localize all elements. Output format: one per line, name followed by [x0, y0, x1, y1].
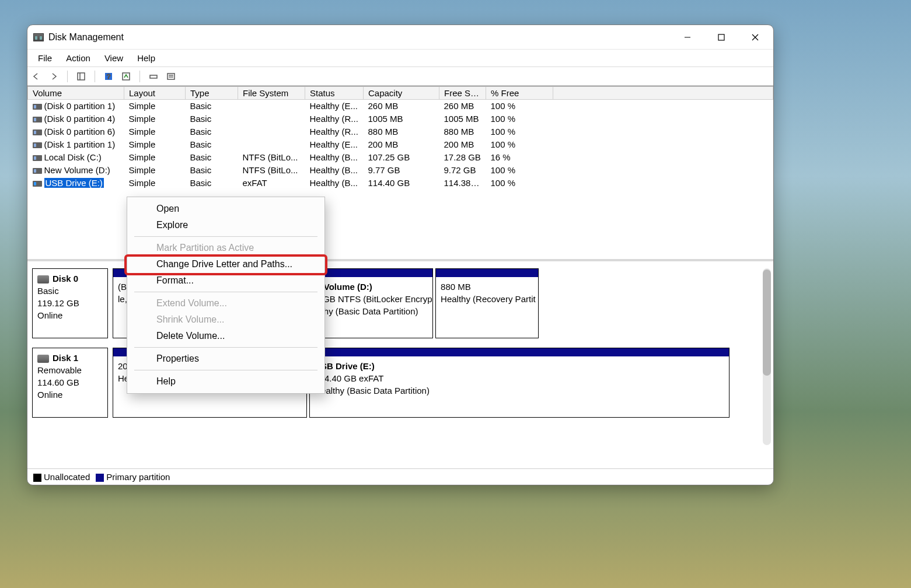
- menubar: File Action View Help: [27, 50, 773, 67]
- disk-label[interactable]: Disk 1Removable114.60 GBOnline: [32, 348, 108, 418]
- table-cell: 100 %: [486, 100, 553, 113]
- table-cell: Simple: [124, 113, 186, 125]
- svg-text:?: ?: [107, 73, 110, 80]
- table-row[interactable]: (Disk 0 partition 6)SimpleBasicHealthy (…: [28, 125, 773, 138]
- forward-icon[interactable]: [48, 71, 59, 82]
- partition[interactable]: 880 MBHealthy (Recovery Partit: [435, 268, 539, 338]
- partition-line: Healthy (Recovery Partit: [441, 293, 533, 305]
- table-cell: [238, 113, 305, 125]
- maximize-button[interactable]: [704, 26, 738, 49]
- column-header[interactable]: Layout: [124, 87, 186, 100]
- window-title: Disk Management: [48, 32, 124, 43]
- ctx-extend-volume: Extend Volume...: [127, 295, 324, 312]
- table-cell: 16 %: [486, 151, 553, 164]
- table-cell: Basic: [186, 177, 238, 190]
- volume-icon: [33, 168, 42, 174]
- scrollbar-thumb[interactable]: [763, 270, 771, 376]
- settings-icon[interactable]: [148, 71, 159, 82]
- ctx-explore[interactable]: Explore: [127, 217, 324, 233]
- column-header[interactable]: % Free: [486, 87, 553, 100]
- column-header[interactable]: Type: [186, 87, 238, 100]
- disk-management-window: Disk Management File Action View Help ?: [27, 24, 774, 485]
- volume-icon: [33, 117, 42, 123]
- table-cell: 260 MB: [439, 100, 486, 113]
- table-cell: Basic: [186, 100, 238, 113]
- close-button[interactable]: [738, 26, 772, 49]
- table-cell: 880 MB: [364, 125, 439, 138]
- help-icon[interactable]: ?: [103, 71, 114, 82]
- column-header[interactable]: File System: [238, 87, 305, 100]
- minimize-button[interactable]: [671, 26, 704, 49]
- legend-primary-icon: [96, 474, 104, 482]
- column-header[interactable]: Capacity: [364, 87, 439, 100]
- table-cell: 1005 MB: [439, 113, 486, 125]
- table-cell: 100 %: [486, 138, 553, 151]
- menu-help[interactable]: Help: [131, 51, 161, 65]
- ctx-format[interactable]: Format...: [127, 272, 324, 289]
- table-cell: Basic: [186, 125, 238, 138]
- properties-icon[interactable]: [166, 71, 176, 82]
- table-row[interactable]: Local Disk (C:)SimpleBasicNTFS (BitLo...…: [28, 151, 773, 164]
- ctx-open[interactable]: Open: [127, 201, 324, 217]
- table-cell: [553, 125, 773, 138]
- volume-name: New Volume (D:): [44, 165, 110, 175]
- table-row[interactable]: (Disk 0 partition 1)SimpleBasicHealthy (…: [28, 100, 773, 113]
- table-cell: Simple: [124, 138, 186, 151]
- disk-status: Online: [37, 390, 62, 400]
- context-menu: Open Explore Mark Partition as Active Ch…: [127, 197, 325, 394]
- volume-name: (Disk 1 partition 1): [44, 139, 116, 149]
- ctx-properties[interactable]: Properties: [127, 351, 324, 367]
- table-cell: 100 %: [486, 125, 553, 138]
- svg-rect-9: [150, 75, 157, 78]
- column-header[interactable]: Free Sp...: [439, 87, 486, 100]
- ctx-mark-active: Mark Partition as Active: [127, 240, 324, 256]
- disk-status: Online: [37, 310, 62, 320]
- table-cell: Healthy (E...: [305, 100, 364, 113]
- disk-name: Disk 1: [53, 353, 78, 363]
- table-row[interactable]: New Volume (D:)SimpleBasicNTFS (BitLo...…: [28, 164, 773, 177]
- show-hide-tree-icon[interactable]: [76, 71, 86, 82]
- partition-title: USB Drive (E:): [315, 360, 724, 372]
- table-cell: [553, 177, 773, 190]
- table-row[interactable]: USB Drive (E:)SimpleBasicexFATHealthy (B…: [28, 177, 773, 190]
- ctx-change-drive-letter[interactable]: Change Drive Letter and Paths...: [127, 256, 324, 272]
- volume-icon: [33, 130, 42, 135]
- disk-size: 119.12 GB: [37, 298, 79, 308]
- partition-header: [436, 269, 538, 277]
- partition[interactable]: USB Drive (E:)114.40 GB exFATHealthy (Ba…: [309, 348, 730, 418]
- ctx-delete-volume[interactable]: Delete Volume...: [127, 328, 324, 344]
- volume-icon: [33, 142, 42, 148]
- table-cell: [553, 138, 773, 151]
- disk-icon: [37, 275, 49, 284]
- titlebar: Disk Management: [27, 25, 773, 50]
- scrollbar[interactable]: [763, 268, 771, 445]
- back-icon[interactable]: [31, 71, 41, 82]
- table-row[interactable]: (Disk 0 partition 4)SimpleBasicHealthy (…: [28, 113, 773, 125]
- table-cell: 100 %: [486, 177, 553, 190]
- volume-name: (Disk 0 partition 4): [44, 114, 116, 124]
- legend-bar: Unallocated Primary partition: [27, 468, 773, 485]
- refresh-icon[interactable]: [121, 71, 131, 82]
- column-header-spacer[interactable]: [553, 87, 773, 100]
- column-header[interactable]: Volume: [28, 87, 124, 100]
- legend-unallocated-icon: [33, 474, 41, 482]
- table-cell: 9.77 GB: [364, 164, 439, 177]
- table-cell: Basic: [186, 113, 238, 125]
- menu-action[interactable]: Action: [60, 51, 96, 65]
- partition-line: Healthy (Basic Data Partition): [315, 384, 724, 397]
- table-cell: 114.40 GB: [364, 177, 439, 190]
- table-cell: Simple: [124, 125, 186, 138]
- column-header[interactable]: Status: [305, 87, 364, 100]
- partition-line: 114.40 GB exFAT: [315, 372, 724, 384]
- table-cell: 1005 MB: [364, 113, 439, 125]
- table-cell: [238, 138, 305, 151]
- volume-table[interactable]: VolumeLayoutTypeFile SystemStatusCapacit…: [27, 86, 773, 190]
- ctx-help[interactable]: Help: [127, 373, 324, 390]
- table-cell: [238, 125, 305, 138]
- volume-name: (Disk 0 partition 6): [44, 127, 116, 136]
- disk-label[interactable]: Disk 0Basic119.12 GBOnline: [32, 268, 108, 338]
- table-row[interactable]: (Disk 1 partition 1)SimpleBasicHealthy (…: [28, 138, 773, 151]
- menu-view[interactable]: View: [99, 51, 129, 65]
- menu-file[interactable]: File: [32, 51, 58, 65]
- disk-type: Removable: [37, 365, 82, 375]
